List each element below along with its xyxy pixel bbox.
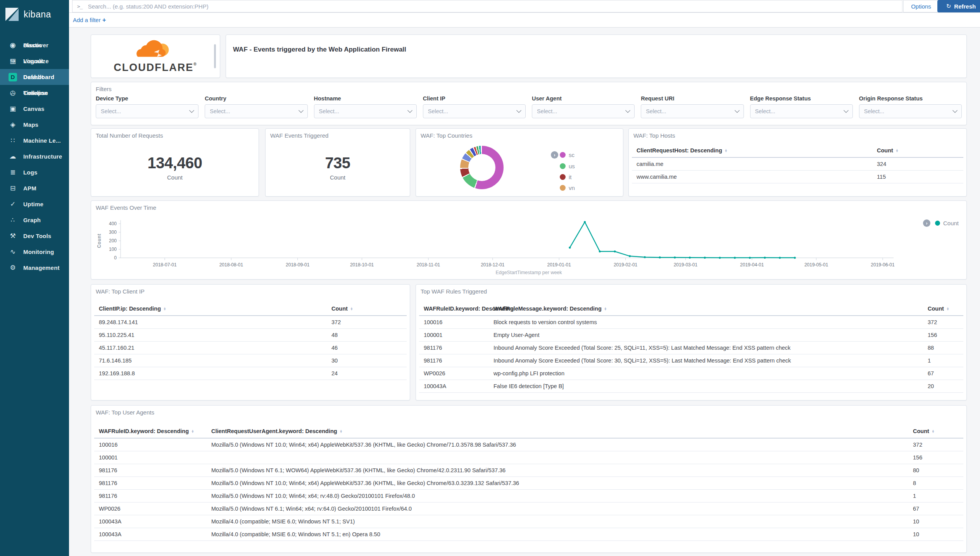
table-cell: Mozilla/5.0 (Windows NT 6.1; Win64; x64;… — [207, 502, 908, 515]
top-client-ip-panel: WAF: Top Client IP ClientIP.ip: Descendi… — [91, 284, 410, 401]
filter-select[interactable]: Select... — [641, 104, 744, 118]
sidebar-item-elastic[interactable]: ◉elastic — [0, 37, 69, 53]
column-header-label: Count — [877, 147, 893, 154]
table-header-row: WAFRuleID.keyword: Descending▲▼WAFRuleMe… — [419, 302, 963, 316]
legend-item-it[interactable]: it — [560, 174, 575, 180]
table-cell: 48 — [327, 329, 407, 342]
sort-icon[interactable]: ▲▼ — [932, 430, 935, 433]
table-header-row: ClientRequestHost: Descending▲▼Count▲▼ — [632, 144, 963, 157]
table-row: WP0026Mozilla/5.0 (Windows NT 6.1; Win64… — [94, 502, 963, 515]
table-cell: 67 — [923, 367, 963, 380]
column-header[interactable]: Count▲▼ — [908, 425, 963, 438]
sort-icon[interactable]: ▲▼ — [163, 307, 166, 311]
column-header[interactable]: WAFRuleID.keyword: Descending▲▼ — [419, 302, 489, 316]
filter-select[interactable]: Select... — [205, 104, 307, 118]
filter-user-agent: User AgentSelect... — [532, 95, 635, 118]
table-row: 45.117.160.2146 — [94, 342, 407, 354]
filter-edge-response-status: Edge Response StatusSelect... — [750, 95, 853, 118]
panel-drag-handle[interactable] — [214, 44, 216, 68]
table-cell: 8 — [908, 477, 963, 490]
sidebar-item-default[interactable]: DDefault — [0, 69, 69, 85]
column-header[interactable]: Count▲▼ — [872, 144, 963, 157]
top-waf-rules-table-wrap: WAFRuleID.keyword: Descending▲▼WAFRuleMe… — [419, 302, 963, 393]
filter-select[interactable]: Select... — [423, 104, 526, 118]
legend-item-us[interactable]: us — [560, 163, 575, 169]
table-cell: wp-config.php LFI protection — [489, 367, 923, 380]
kibana-logo-icon — [5, 8, 19, 21]
refresh-button[interactable]: ↻ Refresh — [937, 0, 980, 12]
kibana-logo[interactable]: kibana — [0, 0, 69, 23]
cloudflare-cloud-icon — [132, 40, 179, 60]
top-countries-legend: › sc usitvn — [551, 151, 575, 191]
search-input[interactable] — [87, 3, 897, 10]
sort-icon[interactable]: ▲▼ — [946, 307, 949, 311]
filter-select[interactable]: Select... — [96, 104, 198, 118]
legend-expand-icon[interactable]: › — [551, 151, 558, 159]
table-cell: 1 — [908, 490, 963, 502]
filter-label: Origin Response Status — [859, 95, 962, 102]
column-header[interactable]: Count▲▼ — [327, 302, 407, 316]
sort-icon[interactable]: ▲▼ — [350, 307, 353, 311]
top-countries-donut-chart[interactable] — [460, 146, 504, 189]
top-hosts-table-wrap: ClientRequestHost: Descending▲▼Count▲▼ca… — [632, 144, 963, 183]
add-filter-link[interactable]: Add a filter + — [73, 17, 106, 24]
column-header[interactable]: ClientRequestHost: Descending▲▼ — [632, 144, 872, 157]
table-row: 192.169.188.824 — [94, 367, 407, 380]
select-placeholder: Select... — [428, 108, 448, 114]
filter-select[interactable]: Select... — [314, 104, 417, 118]
chevron-down-icon — [298, 108, 304, 113]
column-header-label: Count — [913, 428, 929, 434]
sort-icon[interactable]: ▲▼ — [895, 149, 899, 153]
search-box[interactable]: >_ — [72, 0, 902, 12]
sidebar-item-label: Collapse — [23, 90, 48, 96]
top-countries-panel: WAF: Top Countries › sc usitvn — [416, 128, 623, 197]
kibana-app: kibana ◎Discover▥Visualize▦Dashboard◷Tim… — [0, 0, 980, 556]
svg-text:2019-04-01: 2019-04-01 — [740, 262, 764, 268]
sidebar-item-logout[interactable]: ↪Logout — [0, 53, 69, 69]
chevron-down-icon — [407, 108, 412, 113]
table-cell: Mozilla/4.0 (compatible; MSIE 6.0; Windo… — [207, 515, 908, 528]
column-header-label: Count — [331, 306, 348, 312]
filter-hostname: HostnameSelect... — [314, 95, 417, 118]
options-button[interactable]: Options — [903, 0, 939, 12]
sort-icon[interactable]: ▲▼ — [191, 430, 194, 433]
legend-item-vn[interactable]: vn — [560, 185, 575, 191]
column-header-label: ClientRequestUserAgent.keyword: Descendi… — [211, 428, 337, 434]
legend-color-dot — [560, 163, 566, 169]
sort-icon[interactable]: ▲▼ — [340, 430, 343, 433]
chevron-down-icon — [516, 108, 521, 113]
sidebar-item-collapse[interactable]: ←Collapse — [0, 85, 69, 101]
filter-device-type: Device TypeSelect... — [96, 95, 198, 118]
column-header[interactable]: WAFRuleMessage.keyword: Descending▲▼ — [489, 302, 923, 316]
table-cell: 981176 — [94, 490, 207, 502]
column-header-label: ClientIP.ip: Descending — [99, 306, 161, 312]
sort-icon[interactable]: ▲▼ — [725, 149, 728, 153]
table-cell: 88 — [923, 342, 963, 354]
filter-select[interactable]: Select... — [532, 104, 635, 118]
top-client-ip-title: WAF: Top Client IP — [96, 288, 145, 295]
filter-label: Client IP — [423, 95, 526, 102]
top-client-ip-table-wrap: ClientIP.ip: Descending▲▼Count▲▼89.248.1… — [94, 302, 407, 380]
table-cell: 100043A — [419, 380, 489, 393]
filter-select[interactable]: Select... — [859, 104, 962, 118]
select-placeholder: Select... — [864, 108, 884, 114]
filter-label: User Agent — [532, 95, 635, 102]
column-header[interactable]: ClientRequestUserAgent.keyword: Descendi… — [207, 425, 908, 438]
top-waf-rules-panel: Top WAF Rules Triggered WAFRuleID.keywor… — [416, 284, 967, 401]
select-placeholder: Select... — [537, 108, 557, 114]
legend-item-sc[interactable]: sc — [560, 152, 575, 158]
sort-icon[interactable]: ▲▼ — [604, 307, 607, 311]
column-header[interactable]: Count▲▼ — [923, 302, 963, 316]
dashboard-title-panel: WAF - Events triggered by the Web Applic… — [226, 35, 967, 78]
legend-expand-icon[interactable]: › — [923, 219, 930, 227]
table-cell: 45.117.160.21 — [94, 342, 327, 354]
column-header[interactable]: ClientIP.ip: Descending▲▼ — [94, 302, 327, 316]
chevron-down-icon — [952, 108, 958, 113]
sidebar: kibana ◎Discover▥Visualize▦Dashboard◷Tim… — [0, 0, 69, 556]
filter-select[interactable]: Select... — [750, 104, 853, 118]
events-over-time-chart: 01002003004002018-07-012018-08-012018-09… — [91, 212, 967, 269]
column-header[interactable]: WAFRuleID.keyword: Descending▲▼ — [94, 425, 207, 438]
table-row: 100016Block requests to version control … — [419, 316, 963, 329]
table-cell: 192.169.188.8 — [94, 367, 327, 380]
table-cell: 100001 — [94, 451, 207, 464]
